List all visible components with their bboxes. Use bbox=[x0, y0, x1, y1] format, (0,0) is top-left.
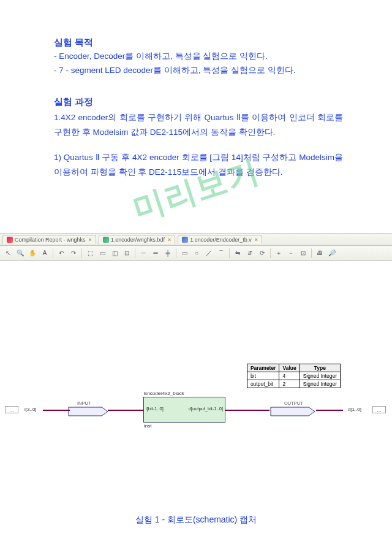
tab-verilog-file[interactable]: 1.encoder/Endcoder_tb.v × bbox=[178, 235, 262, 244]
param-cell: bit bbox=[247, 372, 279, 380]
tool-pin-icon[interactable]: ◫ bbox=[109, 248, 120, 259]
tab-label: 1.encoder/Endcoder_tb.v bbox=[190, 237, 252, 243]
close-icon[interactable]: × bbox=[89, 237, 92, 243]
output-pin-symbol[interactable] bbox=[270, 405, 325, 418]
tool-zoom-fit-icon[interactable]: ⊡ bbox=[298, 248, 309, 259]
tool-symbol-icon[interactable]: ⬚ bbox=[85, 248, 96, 259]
svg-marker-0 bbox=[69, 407, 108, 416]
svg-marker-1 bbox=[271, 407, 315, 416]
input-pin-symbol[interactable] bbox=[67, 405, 116, 418]
block-title: Encoder4x2_block bbox=[144, 391, 184, 396]
tab-bdf-file[interactable]: 1.encoder/wnghks.bdf × bbox=[99, 235, 175, 244]
tool-pointer-icon[interactable]: ↖ bbox=[2, 248, 13, 259]
toolbar-separator bbox=[229, 248, 230, 258]
tool-find-icon[interactable]: 🔎 bbox=[326, 248, 337, 259]
bdf-icon bbox=[103, 237, 109, 243]
input-port-label: i[3..0] bbox=[24, 407, 37, 412]
param-cell: output_bit bbox=[247, 380, 279, 388]
tab-label: 1.encoder/wnghks.bdf bbox=[111, 237, 165, 243]
block-instance-label: inst bbox=[144, 423, 151, 429]
tool-conduit-icon[interactable]: ╪ bbox=[162, 248, 173, 259]
toolbar-separator bbox=[53, 248, 53, 258]
tool-undo-icon[interactable]: ↶ bbox=[56, 248, 67, 259]
tab-compilation-report[interactable]: Compilation Report - wnghks × bbox=[2, 235, 96, 244]
tool-zoom-icon[interactable]: 🔍 bbox=[15, 248, 26, 259]
table-row: output_bit 2 Signed Integer bbox=[247, 380, 340, 388]
tool-flip-h-icon[interactable]: ⇋ bbox=[232, 248, 243, 259]
tool-line-icon[interactable]: ／ bbox=[203, 248, 214, 259]
tool-wire-icon[interactable]: ─ bbox=[138, 248, 149, 259]
tool-rect-icon[interactable]: ▭ bbox=[179, 248, 190, 259]
process-paragraph-2: 1) Quartus Ⅱ 구동 후 4X2 encoder 회로를 [그림 14… bbox=[54, 150, 343, 179]
process-heading: 실험 과정 bbox=[54, 96, 343, 108]
process-paragraph-1: 1.4X2 encoder의 회로를 구현하기 위해 Quartus Ⅱ를 이용… bbox=[54, 110, 343, 139]
output-port-label: d[1..0] bbox=[348, 407, 361, 412]
param-cell: Signed Integer bbox=[300, 372, 340, 380]
param-cell: 4 bbox=[279, 372, 300, 380]
editor-toolbar: ↖ 🔍 ✋ A ↶ ↷ ⬚ ▭ ◫ ⊡ ─ ═ ╪ ▭ ○ ／ ⌒ ⇋ ⇵ ⟳ … bbox=[0, 246, 392, 261]
tool-flip-v-icon[interactable]: ⇵ bbox=[244, 248, 255, 259]
wire[interactable] bbox=[43, 410, 70, 411]
block-output-label: d[output_bit-1..0] bbox=[189, 406, 223, 411]
encoder-block[interactable]: Encoder4x2_block i[bit-1..0] d[output_bi… bbox=[143, 397, 225, 423]
tool-rotate-icon[interactable]: ⟳ bbox=[257, 248, 268, 259]
verilog-icon bbox=[182, 237, 188, 243]
tool-oval-icon[interactable]: ○ bbox=[191, 248, 202, 259]
tab-label: Compilation Report - wnghks bbox=[15, 237, 86, 243]
toolbar-separator bbox=[81, 248, 82, 258]
tool-zoom-in-icon[interactable]: ＋ bbox=[273, 248, 284, 259]
quartus-icon bbox=[7, 237, 13, 243]
block-input-label: i[bit-1..0] bbox=[146, 406, 164, 411]
editor-tabbar: Compilation Report - wnghks × 1.encoder/… bbox=[0, 234, 392, 246]
table-row: bit 4 Signed Integer bbox=[247, 372, 340, 380]
toolbar-separator bbox=[176, 248, 176, 258]
param-header-value: Value bbox=[279, 364, 300, 372]
tool-zoom-out-icon[interactable]: － bbox=[285, 248, 296, 259]
tool-text-icon[interactable]: A bbox=[39, 248, 50, 259]
param-header-type: Type bbox=[300, 364, 340, 372]
quartus-window: Compilation Report - wnghks × 1.encoder/… bbox=[0, 233, 392, 460]
tool-busline-icon[interactable]: ═ bbox=[150, 248, 161, 259]
more-right-icon[interactable]: ... bbox=[372, 406, 386, 413]
wire[interactable] bbox=[225, 410, 270, 411]
objective-bullet-1: - Encoder, Decoder를 이해하고, 특성을 실험으로 익힌다. bbox=[54, 50, 343, 64]
wire[interactable] bbox=[316, 410, 343, 411]
param-cell: 2 bbox=[279, 380, 300, 388]
tool-print-icon[interactable]: 🖶 bbox=[314, 248, 325, 259]
toolbar-separator bbox=[270, 248, 271, 258]
toolbar-separator bbox=[135, 248, 135, 258]
figure-caption: 실험 1 - 회로도(schematic) 캡처 bbox=[0, 515, 392, 526]
output-pin-caption: OUTPUT bbox=[284, 400, 303, 406]
input-pin-caption: INPUT bbox=[77, 400, 91, 406]
param-cell: Signed Integer bbox=[300, 380, 340, 388]
close-icon[interactable]: × bbox=[255, 237, 258, 243]
param-header-name: Parameter bbox=[247, 364, 279, 372]
parameter-table: Parameter Value Type bit 4 Signed Intege… bbox=[247, 364, 341, 388]
wire[interactable] bbox=[108, 410, 143, 411]
tool-arc-icon[interactable]: ⌒ bbox=[216, 248, 227, 259]
tool-block-icon[interactable]: ▭ bbox=[97, 248, 108, 259]
more-left-icon[interactable]: ... bbox=[5, 406, 18, 413]
tool-hand-icon[interactable]: ✋ bbox=[27, 248, 38, 259]
close-icon[interactable]: × bbox=[168, 237, 171, 243]
objective-bullet-2: - 7 - segment LED decoder를 이해하고, 특성을 실험으… bbox=[54, 64, 343, 78]
tool-redo-icon[interactable]: ↷ bbox=[68, 248, 79, 259]
toolbar-separator bbox=[311, 248, 312, 258]
tool-bus-icon[interactable]: ⊡ bbox=[121, 248, 132, 259]
objective-heading: 실험 목적 bbox=[54, 37, 343, 48]
schematic-canvas[interactable]: Parameter Value Type bit 4 Signed Intege… bbox=[0, 261, 392, 461]
